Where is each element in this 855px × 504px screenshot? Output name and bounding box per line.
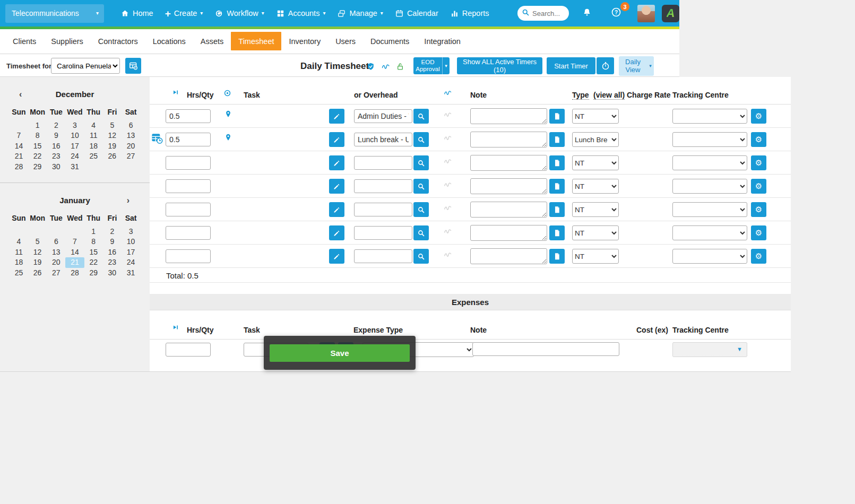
eod-approval-button[interactable]: EOD Approval ▾ xyxy=(413,57,450,74)
calendar-day-1[interactable]: 1 xyxy=(84,227,103,237)
edit-task-button[interactable] xyxy=(329,155,344,170)
type-select[interactable]: NT xyxy=(572,249,619,264)
nav-item-contractors[interactable]: Contractors xyxy=(91,29,145,54)
search-task-button[interactable] xyxy=(413,179,429,194)
tracking-centre-select[interactable] xyxy=(672,155,747,170)
note-textarea[interactable] xyxy=(470,155,547,171)
row-settings-button[interactable]: ⚙ xyxy=(751,109,766,124)
top-menu-item-calendar[interactable]: Calendar xyxy=(395,9,438,18)
task-overhead-input[interactable] xyxy=(354,203,412,216)
calendar-day-17[interactable]: 17 xyxy=(122,247,140,257)
calendar-next-button[interactable]: › xyxy=(127,193,129,208)
save-button[interactable]: Save xyxy=(270,344,410,362)
type-select[interactable]: NT xyxy=(572,109,619,124)
org-selector[interactable]: Telecommunications ▾ xyxy=(5,4,104,23)
calendar-day-1[interactable]: 1 xyxy=(28,120,47,131)
edit-task-button[interactable] xyxy=(329,132,344,147)
row-settings-button[interactable]: ⚙ xyxy=(751,249,766,264)
calendar-day-29[interactable]: 29 xyxy=(84,268,103,278)
calendar-day-11[interactable]: 11 xyxy=(10,247,28,257)
edit-task-button[interactable] xyxy=(329,179,344,194)
hrs-qty-input[interactable] xyxy=(166,249,211,263)
note-doc-button[interactable] xyxy=(549,249,565,264)
search-box[interactable] xyxy=(517,6,569,21)
task-overhead-input[interactable] xyxy=(354,133,412,146)
calendar-day-21[interactable]: 21 xyxy=(10,151,28,161)
calendar-day-26[interactable]: 26 xyxy=(103,151,122,161)
show-all-active-timers-button[interactable]: Show ALL Active Timers (10) xyxy=(457,57,542,74)
calendar-day-23[interactable]: 23 xyxy=(47,151,65,161)
note-doc-button[interactable] xyxy=(549,132,565,147)
calendar-day-23[interactable]: 23 xyxy=(103,257,122,267)
calendar-day-8[interactable]: 8 xyxy=(84,237,103,247)
note-textarea[interactable] xyxy=(470,108,547,124)
type-select[interactable]: NT xyxy=(572,202,619,217)
calendar-day-12[interactable]: 12 xyxy=(103,131,122,141)
calendar-day-18[interactable]: 18 xyxy=(84,141,103,151)
search-input[interactable] xyxy=(532,10,563,18)
top-menu-item-manage[interactable]: Manage▾ xyxy=(337,9,383,18)
search-task-button[interactable] xyxy=(413,132,429,147)
nav-item-assets[interactable]: Assets xyxy=(193,29,231,54)
calendar-day-31[interactable]: 31 xyxy=(65,162,84,172)
calendar-day-10[interactable]: 10 xyxy=(122,237,140,247)
expense-hrs-input[interactable] xyxy=(166,343,211,357)
calendar-day-28[interactable]: 28 xyxy=(10,162,28,172)
calendar-day-16[interactable]: 16 xyxy=(103,247,122,257)
calendar-day-20[interactable]: 20 xyxy=(122,141,140,151)
nav-item-clients[interactable]: Clients xyxy=(5,29,44,54)
calendar-day-7[interactable]: 7 xyxy=(65,237,84,247)
signature-icon[interactable] xyxy=(443,89,453,99)
calendar-day-25[interactable]: 25 xyxy=(84,151,103,161)
top-menu-item-accounts[interactable]: Accounts▾ xyxy=(276,9,326,18)
search-task-button[interactable] xyxy=(413,202,429,217)
row-settings-button[interactable]: ⚙ xyxy=(751,202,766,217)
user-avatar[interactable] xyxy=(637,5,655,22)
start-timer-button[interactable]: Start Timer xyxy=(547,57,595,74)
note-textarea[interactable] xyxy=(470,225,547,241)
calendar-day-20[interactable]: 20 xyxy=(47,257,65,267)
nav-item-timesheet[interactable]: Timesheet xyxy=(231,32,281,50)
hrs-qty-input[interactable] xyxy=(166,109,211,123)
tracking-centre-select[interactable] xyxy=(672,109,747,124)
edit-task-button[interactable] xyxy=(329,109,344,124)
skip-to-end-icon[interactable] xyxy=(172,324,179,333)
app-logo[interactable]: A xyxy=(662,5,679,22)
notifications-bell-icon[interactable] xyxy=(582,7,592,19)
search-task-button[interactable] xyxy=(413,225,429,240)
calendar-day-14[interactable]: 14 xyxy=(65,247,84,257)
row-settings-button[interactable]: ⚙ xyxy=(751,155,766,170)
calendar-day-27[interactable]: 27 xyxy=(47,268,65,278)
calendar-day-8[interactable]: 8 xyxy=(28,131,47,141)
note-doc-button[interactable] xyxy=(549,225,565,240)
tracking-centre-select[interactable] xyxy=(672,132,747,147)
hrs-qty-input[interactable] xyxy=(166,203,211,216)
nav-item-locations[interactable]: Locations xyxy=(145,29,193,54)
calendar-day-3[interactable]: 3 xyxy=(122,227,140,237)
top-menu-item-home[interactable]: Home xyxy=(120,9,153,18)
nav-item-suppliers[interactable]: Suppliers xyxy=(44,29,90,54)
calendar-day-6[interactable]: 6 xyxy=(47,237,65,247)
note-textarea[interactable] xyxy=(470,178,547,194)
calendar-day-24[interactable]: 24 xyxy=(65,151,84,161)
calendar-day-18[interactable]: 18 xyxy=(10,257,28,267)
tracking-centre-select[interactable] xyxy=(672,202,747,217)
calendar-day-26[interactable]: 26 xyxy=(28,268,47,278)
calendar-day-9[interactable]: 9 xyxy=(103,237,122,247)
tracking-centre-select[interactable] xyxy=(672,249,747,264)
calendar-day-13[interactable]: 13 xyxy=(47,247,65,257)
calendar-day-17[interactable]: 17 xyxy=(65,141,84,151)
shield-check-icon[interactable] xyxy=(366,62,375,73)
stopwatch-button[interactable] xyxy=(597,57,614,74)
calendar-day-16[interactable]: 16 xyxy=(47,141,65,151)
calendar-day-30[interactable]: 30 xyxy=(47,162,65,172)
calendar-day-19[interactable]: 19 xyxy=(28,257,47,267)
tracking-centre-select[interactable] xyxy=(672,179,747,194)
calendar-day-9[interactable]: 9 xyxy=(47,131,65,141)
calendar-day-24[interactable]: 24 xyxy=(122,257,140,267)
calendar-day-27[interactable]: 27 xyxy=(122,151,140,161)
calendar-day-4[interactable]: 4 xyxy=(84,120,103,131)
search-task-button[interactable] xyxy=(413,109,429,124)
calendar-day-3[interactable]: 3 xyxy=(65,120,84,131)
hrs-qty-input[interactable] xyxy=(166,133,211,146)
